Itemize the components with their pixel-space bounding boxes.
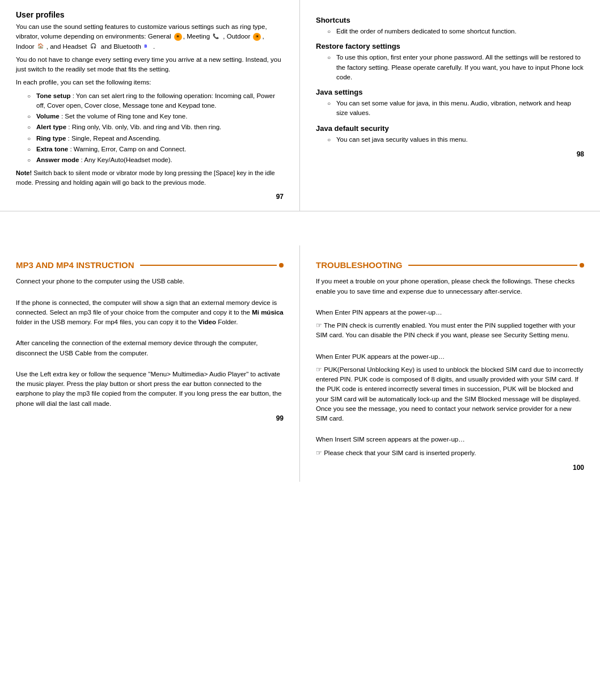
troubleshoot-title: TROUBLESHOOTING (316, 260, 403, 270)
restore-bullet-1: To use this option, first enter your pho… (327, 53, 584, 82)
page-spacer (0, 211, 600, 245)
mp3-para-1: Connect your phone to the computer using… (16, 277, 284, 286)
troubleshoot-section-header: TROUBLESHOOTING (316, 260, 584, 270)
mp3-header-dot (279, 263, 284, 268)
user-profiles-title: User profiles (16, 10, 284, 19)
bullet-answer-mode: Answer mode : Any Key/Auto(Headset mode)… (27, 155, 284, 165)
bottom-pages: MP3 AND MP4 INSTRUCTION Connect your pho… (0, 245, 600, 482)
mp3-header-line (140, 265, 277, 266)
troubleshoot-para-4: When Enter PUK appears at the power-up… (316, 352, 584, 362)
bullet-alert-type: Alert type : Ring only, Vib. only, Vib. … (27, 122, 284, 132)
troubleshoot-header-line (408, 265, 578, 266)
java-security-bullets: You can set java security values in this… (327, 135, 584, 145)
troubleshoot-para-5: ☞ PUK(Personal Unblocking Key) is used t… (316, 365, 584, 424)
bullet-extra-tone: Extra tone : Warning, Error, Camp on and… (27, 145, 284, 154)
icon-general: ☀ (174, 33, 182, 41)
restore-bullets: To use this option, first enter your pho… (327, 53, 584, 82)
mp3-para-2: If the phone is connected, the computer … (16, 298, 284, 328)
page-number-97: 97 (16, 193, 284, 201)
icon-outdoor: ☀ (253, 33, 261, 41)
top-pages: User profiles You can use the sound sett… (0, 0, 600, 211)
page-number-98: 98 (316, 150, 584, 158)
icon-bluetooth: ʙ (144, 43, 152, 50)
mp3-title: MP3 AND MP4 INSTRUCTION (16, 260, 134, 270)
user-profiles-para1: You can use the sound setting features t… (16, 22, 284, 52)
shortcuts-bullets: Edit the order of numbers dedicated to s… (327, 27, 584, 36)
troubleshoot-para-3: ☞ The PIN check is currently enabled. Yo… (316, 321, 584, 341)
bullet-ring-type: Ring type : Single, Repeat and Ascending… (27, 134, 284, 143)
note-text: Note! Switch back to silent mode or vibr… (16, 168, 284, 187)
shortcuts-title: Shortcuts (316, 16, 584, 24)
page-97: User profiles You can use the sound sett… (0, 0, 300, 211)
icon-meeting: 📞 (213, 33, 222, 41)
java-settings-bullets: You can set some value for java, in this… (327, 99, 584, 118)
user-profiles-para3: In each profile, you can set the followi… (16, 78, 284, 87)
java-settings-title: Java settings (316, 88, 584, 96)
java-security-bullet-1: You can set java security values in this… (327, 135, 584, 145)
page-98: Shortcuts Edit the order of numbers dedi… (300, 0, 600, 211)
icon-indoor: 🏠 (37, 43, 45, 50)
page-number-99: 99 (16, 414, 284, 422)
page-100: TROUBLESHOOTING If you meet a trouble on… (300, 245, 600, 482)
troubleshoot-para-2: When Enter PIN appears at the power-up… (316, 308, 584, 317)
restore-title: Restore factory settings (316, 42, 584, 50)
java-security-title: Java default security (316, 124, 584, 133)
page-99: MP3 AND MP4 INSTRUCTION Connect your pho… (0, 245, 300, 482)
user-profiles-para2: You do not have to change every setting … (16, 55, 284, 75)
mp3-section-header: MP3 AND MP4 INSTRUCTION (16, 260, 284, 270)
mp3-para-4: Use the Left extra key or follow the seq… (16, 370, 284, 409)
page-number-100: 100 (316, 464, 584, 472)
mp3-para-3: After canceling the connection of the ex… (16, 338, 284, 358)
java-settings-bullet-1: You can set some value for java, in this… (327, 99, 584, 118)
bullet-tone-setup: Tone setup : Yon can set alert ring to t… (27, 91, 284, 111)
user-profiles-bullets: Tone setup : Yon can set alert ring to t… (27, 91, 284, 166)
icon-headset: 🎧 (90, 43, 98, 50)
bullet-volume: Volume : Set the volume of Ring tone and… (27, 112, 284, 121)
troubleshoot-header-dot (580, 263, 584, 268)
page-container: User profiles You can use the sound sett… (0, 0, 600, 482)
troubleshoot-para-7: ☞ Please check that your SIM card is ins… (316, 448, 584, 458)
shortcuts-bullet-1: Edit the order of numbers dedicated to s… (327, 27, 584, 36)
troubleshoot-para-1: If you meet a trouble on your phone oper… (316, 277, 584, 296)
troubleshoot-para-6: When Insert SIM screen appears at the po… (316, 435, 584, 444)
